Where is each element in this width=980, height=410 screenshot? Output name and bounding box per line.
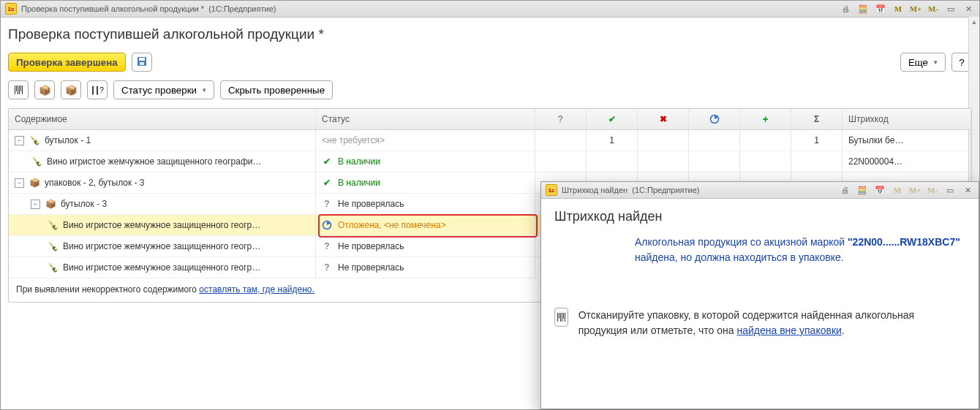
memory-mminus-icon[interactable]: M- [927, 3, 940, 15]
dialog-title-doc: Штрихкод найден [562, 186, 627, 194]
row-label: Вино игристое жемчужное защищенного геог… [63, 220, 260, 230]
dialog-titlebar: 1c Штрихкод найден (1С:Предприятие) 🖨 🧮 … [541, 182, 979, 199]
col-plus[interactable]: + [740, 109, 791, 129]
calendar-icon[interactable]: 📅 [874, 3, 887, 15]
row-status: В наличии [338, 156, 380, 167]
tree-toggle-icon[interactable]: − [15, 178, 24, 188]
memory-m-icon[interactable]: M [892, 3, 905, 15]
footnote-link[interactable]: оставлять там, где найдено. [199, 284, 314, 295]
check-icon: ✔ [322, 156, 332, 167]
row-check-count: 1 [587, 130, 638, 151]
bottles-icon: 🍾 [29, 134, 40, 146]
scan-barcode-button[interactable] [8, 80, 29, 99]
minimize-icon[interactable]: ▭ [944, 3, 957, 15]
finish-check-button[interactable]: Проверка завершена [8, 53, 126, 72]
row-label: Вино игристое жемчужное защищенного геог… [47, 156, 262, 167]
page-title: Проверка поступившей алкогольной продукц… [8, 26, 972, 42]
found-outside-link[interactable]: найдена вне упаковки [736, 324, 841, 336]
col-barcode[interactable]: Штрихкод [843, 109, 971, 129]
col-question[interactable]: ? [535, 109, 587, 129]
more-label: Еще [908, 57, 928, 68]
bottle-icon: 🍾 [47, 240, 59, 252]
add-box-button[interactable]: 📦 [34, 80, 55, 99]
row-label: бутылок - 3 [61, 199, 107, 209]
box-open-icon: 📦 [65, 85, 78, 96]
close-icon[interactable]: ✕ [962, 3, 975, 15]
footnote-text: При выявлении некорректного содержимого [16, 284, 199, 295]
col-content[interactable]: Содержимое [9, 109, 316, 129]
svg-rect-1 [139, 58, 145, 61]
tree-toggle-icon[interactable]: − [15, 136, 24, 145]
unknown-barcode-button[interactable]: ┃┃? [87, 80, 108, 99]
question-icon: ? [322, 199, 332, 209]
question-icon: ? [322, 241, 332, 251]
titlebar: 1c Проверка поступившей алкогольной прод… [1, 1, 979, 18]
col-sum[interactable]: Σ [791, 109, 843, 129]
table-header: Содержимое Статус ? ✔ ✖ + Σ Штрихкод [9, 109, 971, 130]
row-barcode: Бутылки бе… [843, 130, 971, 151]
dialog-hint: Отсканируйте упаковку, в которой содержи… [578, 308, 965, 338]
print-icon[interactable]: 🖨 [839, 3, 852, 15]
dialog-message-part2: найдена, но должна находиться в упаковке… [635, 251, 844, 263]
scan-package-button[interactable] [554, 308, 568, 327]
row-label: Вино игристое жемчужное защищенного геог… [63, 262, 260, 273]
save-button[interactable] [132, 53, 152, 72]
bottle-icon: 🍾 [31, 156, 42, 167]
dialog-title: Штрихкод найден (1С:Предприятие) [562, 186, 700, 194]
dialog-hint-dot: . [842, 324, 845, 336]
window-title-doc: Проверка поступившей алкогольной продукц… [21, 4, 204, 13]
row-barcode: 22N000004… [843, 151, 971, 172]
row-label: бутылок - 1 [45, 135, 91, 145]
bottle-icon: 🍾 [47, 262, 59, 273]
barcode-icon [15, 86, 23, 94]
box-icon: 📦 [45, 198, 56, 210]
dialog-heading: Штрихкод найден [554, 209, 965, 224]
col-x[interactable]: ✖ [638, 109, 689, 129]
row-status: <не требуется> [322, 135, 385, 145]
dialog-title-app: (1С:Предприятие) [632, 186, 699, 194]
open-box-button[interactable]: 📦 [61, 80, 81, 99]
window-title-app: (1С:Предприятие) [208, 4, 276, 13]
col-status[interactable]: Статус [316, 109, 535, 129]
table-row[interactable]: − 🍾 бутылок - 1 <не требуется> 1 1 Бутыл… [9, 130, 971, 151]
row-sum: 1 [791, 130, 843, 151]
check-icon: ✔ [322, 178, 332, 188]
tree-toggle-icon[interactable]: − [31, 200, 40, 209]
save-icon [137, 56, 147, 69]
barcode-icon [557, 313, 565, 322]
print-icon[interactable]: 🖨 [838, 184, 851, 196]
row-label: упаковок - 2, бутылок - 3 [45, 178, 145, 188]
box-icon: 📦 [29, 177, 40, 189]
question-icon: ? [322, 262, 332, 273]
row-status: В наличии [338, 178, 380, 188]
status-check-label: Статус проверки [121, 85, 197, 96]
dialog-message: Алкогольная продукция со акцизной маркой… [635, 235, 965, 265]
col-clock[interactable] [689, 109, 740, 129]
hide-checked-button[interactable]: Скрыть проверенные [220, 80, 333, 99]
calc-icon[interactable]: 🧮 [856, 184, 869, 196]
help-label: ? [959, 57, 964, 68]
memory-mplus-icon[interactable]: M+ [909, 3, 922, 15]
window-title: Проверка поступившей алкогольной продукц… [21, 4, 276, 13]
memory-mplus-icon: M+ [908, 184, 921, 196]
dialog-barcode-value: "22N00......RW18XBC7" [848, 236, 960, 248]
calc-icon[interactable]: 🧮 [856, 3, 870, 15]
svg-rect-2 [140, 62, 144, 65]
minimize-icon[interactable]: ▭ [943, 184, 957, 196]
clock-icon [709, 114, 720, 124]
finish-check-label: Проверка завершена [16, 57, 118, 68]
row-status: Не проверялась [338, 262, 404, 273]
dialog-message-part1: Алкогольная продукция со акцизной маркой [635, 236, 848, 248]
calendar-icon[interactable]: 📅 [873, 184, 886, 196]
close-icon[interactable]: ✕ [961, 184, 974, 196]
row-label: Вино игристое жемчужное защищенного геог… [63, 241, 260, 251]
more-button[interactable]: Еще [900, 53, 946, 72]
app-logo-icon: 1c [546, 184, 557, 196]
memory-mminus-icon: M- [926, 184, 939, 196]
table-row[interactable]: 🍾 Вино игристое жемчужное защищенного ге… [9, 151, 971, 172]
row-status: Отложена, <не помечена> [338, 220, 446, 230]
status-check-button[interactable]: Статус проверки [113, 80, 214, 99]
barcode-question-icon: ┃┃? [91, 86, 104, 94]
col-check[interactable]: ✔ [587, 109, 638, 129]
app-logo-icon: 1c [5, 3, 17, 15]
